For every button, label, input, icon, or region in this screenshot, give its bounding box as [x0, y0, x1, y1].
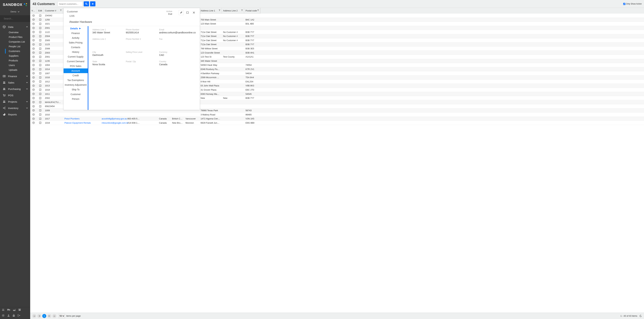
view-row-button[interactable]: [30, 38, 37, 42]
edit-row-button[interactable]: [37, 71, 44, 75]
sidebar-item-overview[interactable]: Overview: [0, 30, 30, 35]
sidebar-item-product-files[interactable]: Product Files: [0, 35, 30, 40]
edit-row-button[interactable]: [37, 117, 44, 121]
panel-tab-current-demand[interactable]: Current Demand: [64, 59, 88, 64]
edit-row-button[interactable]: [37, 51, 44, 55]
view-row-button[interactable]: [30, 96, 37, 100]
panel-tab-tax-exemptions[interactable]: Tax Exemptions: [64, 78, 88, 82]
view-row-button[interactable]: [30, 67, 37, 71]
view-row-button[interactable]: [30, 104, 37, 108]
tenant-switcher[interactable]: Demo: [0, 10, 30, 15]
panel-maximize-button[interactable]: [185, 10, 190, 15]
sign-out-icon[interactable]: [18, 314, 20, 317]
edit-row-button[interactable]: [37, 104, 44, 108]
edit-row-button[interactable]: [37, 63, 44, 67]
link[interactable]: acockhillg@privacy.gov.au: [102, 118, 127, 120]
column-header[interactable]: Address Line 1: [199, 8, 222, 14]
column-header[interactable]: Address Line 2: [222, 8, 244, 14]
only-active-toggle[interactable]: Only Show Active: [623, 3, 642, 5]
panel-tab-credit[interactable]: Credit: [64, 73, 88, 78]
edit-row-button[interactable]: [37, 55, 44, 59]
edit-row-button[interactable]: [37, 96, 44, 100]
edit-row-button[interactable]: [37, 80, 44, 84]
search-input[interactable]: [58, 1, 83, 6]
edit-row-button[interactable]: [37, 38, 44, 42]
panel-tab-ship-to[interactable]: Ship To: [64, 87, 88, 92]
search-button[interactable]: [84, 1, 89, 6]
link[interactable]: Pistol Plumbers: [64, 118, 80, 120]
sidebar-item-suppliers[interactable]: Suppliers: [0, 54, 30, 58]
view-row-button[interactable]: [30, 71, 37, 75]
nav-pos[interactable]: POS: [0, 92, 30, 98]
pager-last-button[interactable]: ⏭: [52, 314, 56, 318]
edit-row-button[interactable]: [37, 100, 44, 104]
panel-tab-history[interactable]: History: [64, 50, 88, 54]
view-row-button[interactable]: [30, 30, 37, 34]
view-row-button[interactable]: [30, 100, 37, 104]
view-row-button[interactable]: [30, 34, 37, 38]
panel-tab-details[interactable]: Details: [64, 26, 88, 31]
edit-row-button[interactable]: [37, 47, 44, 51]
edit-row-button[interactable]: [37, 92, 44, 96]
view-row-button[interactable]: [30, 80, 37, 84]
edit-row-button[interactable]: [37, 121, 44, 125]
view-row-button[interactable]: [30, 47, 37, 51]
filter-icon[interactable]: [60, 10, 62, 12]
view-row-button[interactable]: [30, 76, 37, 80]
nav-data[interactable]: Data: [0, 24, 30, 30]
panel-tab-pos-sales[interactable]: POS Sales: [64, 64, 88, 68]
view-row-button[interactable]: [30, 18, 37, 22]
pager-first-button[interactable]: ⏮: [32, 314, 36, 318]
edit-row-button[interactable]: [37, 108, 44, 112]
pager-page-button[interactable]: 1: [42, 314, 46, 318]
view-row-button[interactable]: [30, 88, 37, 92]
sidebar-item-companies-list[interactable]: Companies List: [0, 40, 30, 44]
table-row[interactable]: 1017Pistol Plumbersacockhillg@privacy.go…: [30, 117, 644, 121]
panel-tab-current-supply[interactable]: Current Supply: [64, 54, 88, 59]
sidebar-item-customers[interactable]: Customers: [0, 49, 30, 54]
view-row-button[interactable]: [30, 14, 37, 18]
column-header[interactable]: Postal code: [244, 8, 260, 14]
edit-row-button[interactable]: [37, 59, 44, 63]
nav-reports[interactable]: Reports: [0, 111, 30, 118]
link[interactable]: Platoon Equipment Rentals: [64, 122, 91, 124]
panel-tab-contacts[interactable]: Contacts: [64, 45, 88, 50]
panel-tab-customer[interactable]: Customer: [64, 92, 88, 96]
user-icon[interactable]: [7, 314, 10, 317]
nav-purchasing[interactable]: Purchasing: [0, 86, 30, 92]
panel-edit-button[interactable]: [178, 10, 184, 15]
view-row-button[interactable]: [30, 42, 37, 46]
nav-sales[interactable]: Sales: [0, 79, 30, 86]
view-row-button[interactable]: [30, 84, 37, 88]
view-row-button[interactable]: [30, 22, 37, 26]
edit-row-button[interactable]: [37, 88, 44, 92]
edit-row-button[interactable]: [37, 67, 44, 71]
view-row-button[interactable]: [30, 59, 37, 63]
edit-row-button[interactable]: [37, 30, 44, 34]
panel-close-button[interactable]: [191, 10, 196, 15]
view-row-button[interactable]: [30, 92, 37, 96]
sidebar-search[interactable]: [0, 15, 30, 22]
edit-row-button[interactable]: [37, 22, 44, 26]
column-header[interactable]: View: [30, 8, 37, 14]
view-row-button[interactable]: [30, 55, 37, 59]
filter-icon[interactable]: [257, 10, 259, 12]
table-row[interactable]: 10103 Mallory Road86465: [30, 112, 644, 117]
filter-icon[interactable]: [218, 10, 220, 12]
table-row[interactable]: 1019Platoon Equipment Rentalsmbourdicei@…: [30, 121, 644, 125]
edit-row-button[interactable]: [37, 34, 44, 38]
sidebar-search-input[interactable]: [4, 17, 33, 20]
edit-row-button[interactable]: [37, 14, 44, 18]
panel-tab-finance[interactable]: Finance: [64, 31, 88, 36]
column-header[interactable]: Edit: [37, 8, 44, 14]
panel-tab-inventory-adjustment[interactable]: Inventory Adjustment: [64, 82, 88, 87]
panel-tab-sales-pricing[interactable]: Sales Pricing: [64, 40, 88, 45]
pager-next-button[interactable]: ▶: [47, 314, 51, 318]
sidebar-item-uploads[interactable]: Uploads: [0, 68, 30, 72]
edit-row-button[interactable]: [37, 112, 44, 116]
column-header[interactable]: Customer #: [44, 8, 63, 14]
archive-quick-icon[interactable]: [18, 308, 21, 311]
view-row-button[interactable]: [30, 112, 37, 116]
sidebar-item-products[interactable]: Products: [0, 58, 30, 63]
nav-projects[interactable]: Projects: [0, 98, 30, 105]
